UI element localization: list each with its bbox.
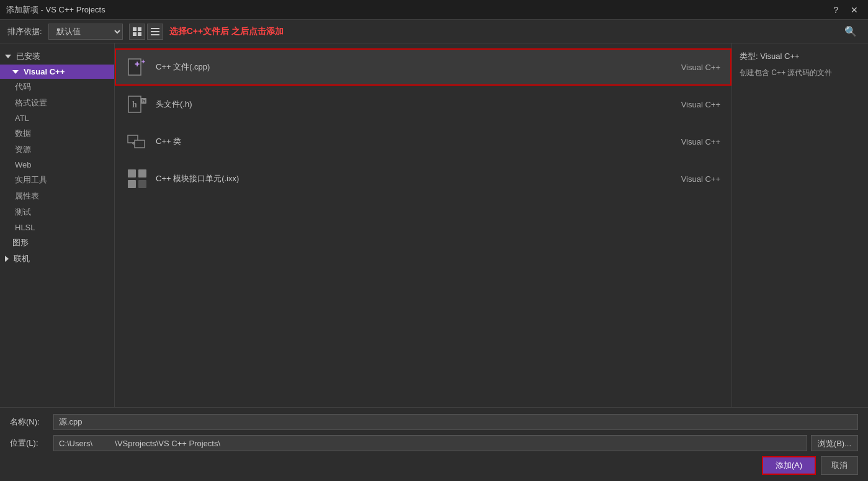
svg-rect-20 [138,169,146,178]
file-item-category: Visual C++ [681,174,720,184]
file-item-category: Visual C++ [681,137,720,146]
add-button[interactable]: 添加(A) [762,456,816,475]
name-input[interactable] [53,414,858,430]
svg-rect-4 [151,28,159,29]
main-container: 排序依据: 默认值 选择C++文件后 之后点击添加 🔍 [0,20,868,481]
bottom-area: 名称(N): 位置(L): 浏览(B)... 添加(A) 取消 [0,407,868,481]
sidebar-visual-cpp[interactable]: Visual C++ [0,65,114,79]
name-label: 名称(N): [10,416,53,428]
sort-label: 排序依据: [7,26,42,37]
info-panel: 类型: Visual C++ 创建包含 C++ 源代码的文件 [732,43,868,407]
title-bar: 添加新项 - VS C++ Projects ? ✕ [0,0,868,20]
grid-view-button[interactable] [129,24,145,40]
sidebar-sub-items: 代码格式设置ATL数据资源Web实用工具属性表测试HLSL [0,79,114,235]
svg-text:h: h [132,100,137,109]
items-panel: + + C++ 文件(.cpp)Visual C++ h h 头文件(.h)Vi… [115,43,732,407]
view-toggle [129,24,163,40]
graphics-label: 图形 [12,237,29,248]
installed-label: 已安装 [16,51,40,62]
online-label: 联机 [14,253,30,264]
title-bar-controls: ? ✕ [830,4,862,16]
close-button[interactable]: ✕ [847,4,862,16]
svg-text:+: + [135,59,140,69]
visual-cpp-expand-icon [12,70,19,74]
file-item-category: Visual C++ [681,63,720,72]
sidebar-sub-item[interactable]: 数据 [0,125,114,142]
sidebar-sub-item[interactable]: 格式设置 [0,95,114,111]
sidebar-sub-item[interactable]: ATL [0,111,114,125]
svg-rect-21 [128,180,136,188]
sidebar-sub-item[interactable]: 代码 [0,79,114,95]
list-view-button[interactable] [147,24,163,40]
sidebar-sub-item[interactable]: 测试 [0,204,114,220]
file-item-category: Visual C++ [681,100,720,109]
content-area: 已安装 Visual C++ 代码格式设置ATL数据资源Web实用工具属性表测试… [0,43,868,407]
header-icon: h h [126,93,148,115]
file-item[interactable]: + + C++ 文件(.cpp)Visual C++ [115,48,732,86]
svg-rect-0 [133,27,136,31]
info-type: 类型: Visual C++ [740,51,861,62]
title-bar-title: 添加新项 - VS C++ Projects [6,4,105,16]
online-expand-icon [5,256,9,262]
sidebar-graphics[interactable]: 图形 [0,235,114,251]
toolbar-right: 🔍 [841,24,861,39]
sidebar-sub-item[interactable]: HLSL [0,220,114,235]
help-button[interactable]: ? [830,4,842,16]
file-item-name: 头文件(.h) [156,99,674,110]
file-item[interactable]: C++ 模块接口单元(.ixx)Visual C++ [115,160,732,197]
sidebar-sub-item[interactable]: 资源 [0,142,114,158]
installed-expand-icon [5,55,11,58]
browse-button[interactable]: 浏览(B)... [811,435,858,451]
sidebar-sub-item[interactable]: 属性表 [0,188,114,204]
cancel-button[interactable]: 取消 [821,456,858,475]
file-item-name: C++ 文件(.cpp) [156,61,674,73]
sidebar-sub-item[interactable]: Web [0,158,114,172]
module-icon [126,168,148,190]
svg-rect-22 [138,180,146,188]
toolbar-annotation: 选择C++文件后 之后点击添加 [169,26,284,37]
location-label: 位置(L): [10,438,53,449]
location-input[interactable] [53,435,807,451]
svg-rect-2 [133,32,136,36]
bottom-buttons: 添加(A) 取消 [10,456,858,475]
visual-cpp-label: Visual C++ [24,67,65,76]
svg-rect-15 [135,140,145,148]
sort-select[interactable]: 默认值 [48,24,123,40]
file-item-name: C++ 模块接口单元(.ixx) [156,173,674,184]
svg-rect-6 [151,34,159,35]
file-item-name: C++ 类 [156,136,674,147]
cpp-icon: + + [126,56,148,78]
file-item[interactable]: h h 头文件(.h)Visual C++ [115,86,732,123]
svg-rect-3 [138,32,141,36]
sidebar-online[interactable]: 联机 [0,251,114,267]
info-description: 创建包含 C++ 源代码的文件 [740,67,861,78]
location-row: 位置(L): 浏览(B)... [10,435,858,451]
svg-text:+: + [141,58,145,65]
file-item[interactable]: C++ 类Visual C++ [115,123,732,160]
svg-text:h: h [142,98,145,104]
class-icon [126,130,148,153]
sidebar-sub-item[interactable]: 实用工具 [0,172,114,188]
toolbar: 排序依据: 默认值 选择C++文件后 之后点击添加 🔍 [0,20,868,43]
search-button[interactable]: 🔍 [841,24,861,39]
svg-rect-19 [128,169,136,178]
sidebar: 已安装 Visual C++ 代码格式设置ATL数据资源Web实用工具属性表测试… [0,43,115,407]
svg-rect-1 [138,27,141,31]
sidebar-installed[interactable]: 已安装 [0,48,114,65]
name-row: 名称(N): [10,414,858,430]
svg-rect-5 [151,31,159,32]
